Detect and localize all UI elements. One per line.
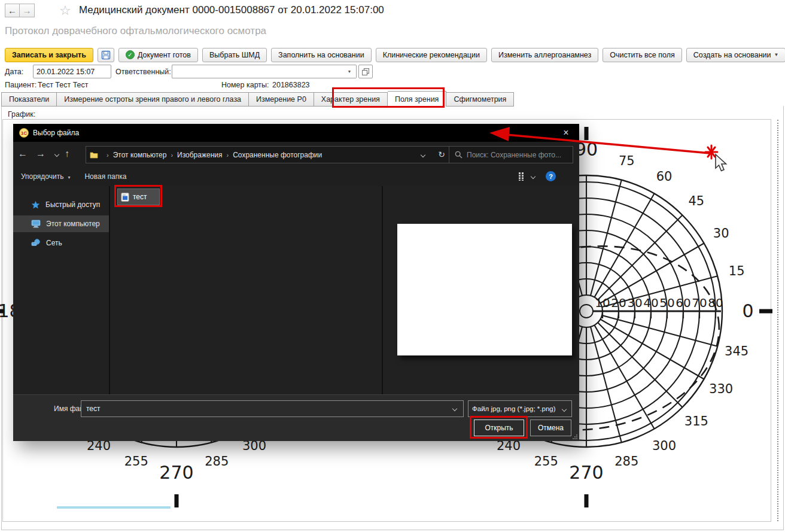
search-input[interactable]: Поиск: Сохраненные фото... (449, 146, 573, 163)
scan-artifact-line (57, 506, 171, 509)
dialog-forward-button[interactable]: → (36, 148, 45, 159)
sidebar-item-quick-access[interactable]: Быстрый доступ (13, 196, 109, 213)
card-number-value: 201863823 (272, 81, 310, 89)
resize-grip[interactable] (572, 434, 578, 440)
page-title: Медицинский документ 0000-0015008867 от … (79, 4, 384, 16)
back-button[interactable]: ← (5, 4, 20, 17)
filetype-value: Файл jpg, png (*.jpg; *.png) (472, 405, 556, 412)
network-icon (31, 239, 41, 247)
clinical-recommendations-button[interactable]: Клинические рекомендации (376, 48, 487, 62)
sidebar-item-label: Быстрый доступ (45, 200, 100, 209)
dialog-close-button[interactable]: × (559, 126, 573, 139)
responsible-open-button[interactable] (358, 65, 373, 78)
save-and-close-button[interactable]: Записать и закрыть (5, 48, 93, 62)
ready-check-icon: ✓ (126, 50, 135, 59)
1c-logo-icon: 1С (19, 128, 29, 138)
forward-button[interactable]: → (20, 4, 35, 17)
fill-from-basis-button[interactable]: Заполнить на основании (271, 48, 372, 62)
organize-chevron-icon: ▾ (68, 175, 70, 180)
breadcrumb-chevron-icon: › (171, 151, 173, 159)
recent-locations-chevron-icon[interactable] (54, 152, 59, 157)
sidebar-item-label: Этот компьютер (46, 220, 100, 228)
favorite-star-icon[interactable]: ☆ (59, 3, 71, 19)
annotation-box-open-button (470, 416, 528, 439)
preview-image (397, 224, 572, 355)
filetype-select[interactable]: Файл jpg, png (*.jpg; *.png) (468, 400, 572, 417)
places-sidebar: Быстрый доступ Этот компьютер (13, 186, 109, 394)
new-folder-button[interactable]: Новая папка (84, 172, 126, 181)
breadcrumb-saved-photos[interactable]: Сохраненные фотографии (233, 151, 322, 159)
app-window: ← → ☆ Медицинский документ 0000-00150088… (0, 0, 785, 532)
dialog-title: Выбор файла (33, 129, 79, 137)
quick-access-star-icon (31, 200, 40, 209)
tab-izmerenie-p0[interactable]: Измерение Р0 (249, 92, 314, 107)
cancel-button[interactable]: Отмена (530, 419, 571, 436)
save-button[interactable] (98, 48, 114, 62)
computer-icon (31, 220, 41, 228)
patient-label: Пациент: (5, 81, 36, 89)
dialog-nav-row: ← → ↑ › Этот компьютер › Изображения › С… (13, 142, 579, 167)
tab-ostrota-zreniya[interactable]: Измерение остроты зрения правого и левог… (57, 92, 249, 107)
sidebar-divider (109, 186, 110, 394)
responsible-dropdown-button[interactable]: ▼ (343, 65, 357, 78)
address-bar[interactable]: › Этот компьютер › Изображения › Сохране… (86, 146, 454, 163)
date-label: Дата: (5, 68, 23, 76)
view-mode-chevron-icon[interactable] (531, 174, 535, 179)
preview-divider (382, 186, 383, 394)
card-number-label: Номер карты: (221, 81, 269, 89)
filename-input[interactable] (81, 400, 464, 417)
responsible-label: Ответственный: (115, 68, 171, 76)
responsible-input[interactable] (172, 65, 343, 78)
create-from-basis-button[interactable]: Создать на основании ▼ (686, 48, 785, 62)
create-from-basis-label: Создать на основании (693, 51, 771, 59)
page-subtitle: Протокол доврачебного офтальмологическог… (5, 25, 266, 37)
view-mode-icon[interactable] (518, 172, 527, 181)
breadcrumb-this-pc[interactable]: Этот компьютер (113, 151, 167, 159)
tab-pokazateli[interactable]: Показатели (1, 92, 57, 107)
tab-sfigmometriya[interactable]: Сфигмометрия (446, 92, 514, 107)
dialog-titlebar[interactable] (13, 124, 579, 142)
sidebar-item-network[interactable]: Сеть (13, 235, 109, 251)
open-form-icon (362, 68, 369, 75)
document-ready-button[interactable]: ✓ Документ готов (118, 48, 198, 62)
sidebar-item-this-pc[interactable]: Этот компьютер (13, 215, 109, 232)
dialog-back-button[interactable]: ← (18, 148, 28, 159)
chart-field-label: График: (8, 110, 35, 118)
refresh-icon[interactable]: ↻ (438, 150, 445, 159)
change-allergy-button[interactable]: Изменить аллергоанамнез (491, 48, 598, 62)
date-input[interactable] (33, 65, 111, 78)
file-picker-dialog: 1С Выбор файла × ← → ↑ › Этот компьютер … (13, 124, 579, 441)
help-button[interactable]: ? (546, 171, 556, 181)
dialog-main-area: Быстрый доступ Этот компьютер (13, 186, 579, 394)
toolbar: Записать и закрыть ✓ Документ готов Выбр… (5, 47, 785, 62)
search-placeholder: Поиск: Сохраненные фото... (467, 151, 561, 159)
history-nav: ← → (5, 4, 35, 17)
patient-value: Тест Тест Тест (38, 81, 89, 89)
chart-area-dotted-border (777, 120, 778, 521)
floppy-icon (101, 50, 111, 60)
document-ready-label: Документ готов (138, 51, 191, 59)
breadcrumb-chevron-icon: › (107, 151, 109, 159)
filetype-chevron-icon (562, 407, 567, 412)
folder-icon (90, 151, 98, 159)
address-dropdown-chevron-icon[interactable] (421, 153, 425, 157)
sidebar-item-label: Сеть (46, 239, 62, 247)
select-shmd-button[interactable]: Выбрать ШМД (202, 48, 267, 62)
breadcrumb-pictures[interactable]: Изображения (177, 151, 222, 159)
breadcrumb-chevron-icon: › (227, 151, 229, 159)
clear-all-fields-button[interactable]: Очистить все поля (603, 48, 682, 62)
organize-button[interactable]: Упорядочить (21, 172, 63, 181)
dialog-command-bar: Упорядочить ▾ Новая папка ? (13, 167, 579, 186)
annotation-box-tabs (332, 87, 445, 108)
annotation-box-file (114, 185, 162, 207)
dialog-up-button[interactable]: ↑ (65, 148, 69, 159)
chevron-down-icon: ▼ (774, 52, 779, 57)
search-icon (455, 151, 463, 159)
